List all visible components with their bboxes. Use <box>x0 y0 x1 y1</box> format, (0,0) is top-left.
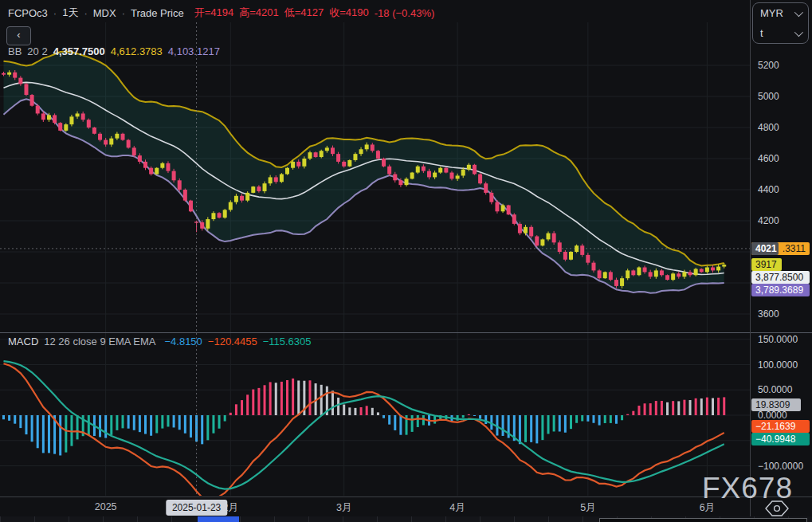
price-tick-label: 3600 <box>758 308 779 320</box>
time-axis-label: 4月 <box>449 501 465 515</box>
symbol-name[interactable]: FCPOc3 <box>8 7 48 19</box>
candle <box>547 234 551 240</box>
open-value: 开=4194 <box>194 6 234 20</box>
candle <box>269 177 273 183</box>
timeframe[interactable]: 1天 <box>62 6 78 20</box>
candle <box>325 147 329 151</box>
macd-signal-badge: −40.9948 <box>751 433 810 445</box>
candle <box>2 73 6 75</box>
candle <box>166 163 170 171</box>
candle <box>631 270 635 275</box>
candle <box>53 115 57 123</box>
macd-histogram-bar <box>348 407 351 415</box>
macd-histogram-bar <box>683 400 685 415</box>
bb-legend[interactable]: BB 20 2 4,357.7500 4,612.3783 4,103.1217 <box>8 45 220 57</box>
scrollbar-thumb[interactable] <box>198 516 239 522</box>
unit-dropdown[interactable]: t <box>753 23 808 43</box>
macd-histogram-bar <box>723 397 725 415</box>
macd-histogram-bar <box>8 415 10 421</box>
macd-line-badge: −21.1639 <box>751 420 810 433</box>
macd-histogram-bar <box>224 415 226 422</box>
macd-histogram-bar <box>280 382 283 415</box>
time-axis-label: 2025 <box>95 501 117 512</box>
macd-signal-value: −115.6305 <box>263 336 312 347</box>
macd-histogram-bar <box>59 415 61 455</box>
macd-histogram-bar <box>246 394 249 415</box>
chart-canvas[interactable] <box>0 0 812 516</box>
macd-histogram-bar <box>655 401 657 415</box>
high-value: 高=4201 <box>239 6 279 20</box>
macd-hist-badge: 19.8309 <box>751 398 801 411</box>
macd-histogram-bar <box>610 415 612 423</box>
candle <box>586 255 590 263</box>
macd-histogram-bar <box>462 415 465 418</box>
macd-histogram-bar <box>473 415 476 416</box>
candle <box>598 270 602 278</box>
candle <box>229 202 233 210</box>
candle <box>654 270 658 277</box>
candle <box>41 113 45 120</box>
macd-histogram-bar <box>331 391 334 415</box>
candle <box>308 152 312 159</box>
candle <box>501 206 505 212</box>
pane-divider[interactable] <box>0 332 812 333</box>
price-tick-label: 5000 <box>758 91 779 102</box>
candle <box>245 193 249 201</box>
macd-histogram-bar <box>530 415 532 442</box>
candle <box>280 175 284 183</box>
back-button[interactable]: ‹ <box>6 26 31 45</box>
macd-histogram-bar <box>695 398 697 415</box>
candle <box>405 179 409 185</box>
candle <box>478 175 482 184</box>
macd-histogram-bar <box>559 415 561 432</box>
candle <box>263 183 267 191</box>
macd-tick-label: −100.0000 <box>758 461 803 472</box>
candle <box>155 168 159 175</box>
candle <box>143 162 147 168</box>
candle <box>172 171 176 181</box>
crosshair-date-badge: 2025-01-23 <box>166 500 227 516</box>
candle <box>109 139 113 145</box>
macd-histogram-bar <box>366 406 368 415</box>
macd-histogram-bar <box>422 415 425 425</box>
candle <box>314 152 318 157</box>
price-tick-label: 4600 <box>758 153 779 164</box>
candle <box>473 165 477 175</box>
last-price-badge: 3917 <box>751 258 782 271</box>
candle <box>127 140 131 148</box>
macd-histogram-bar <box>382 415 385 418</box>
bb-basis-value: 4,357.7500 <box>53 45 105 57</box>
candle <box>495 202 499 212</box>
bb-basis-badge: 3,877.8500 <box>751 271 810 284</box>
candle <box>371 144 375 151</box>
macd-histogram-bar <box>354 408 356 415</box>
macd-tick-label: 100.0000 <box>758 359 798 371</box>
macd-histogram-bar <box>88 415 90 435</box>
macd-histogram-bar <box>689 400 692 415</box>
time-axis-border <box>0 496 812 497</box>
macd-histogram-bar <box>184 415 186 434</box>
bb-upper-value: 4,612.3783 <box>111 45 163 57</box>
candle <box>302 159 306 167</box>
separator: · <box>84 7 87 19</box>
bb-lower-badge: 3,789.3689 <box>751 284 810 296</box>
candle <box>353 154 357 160</box>
macd-histogram-bar <box>269 382 272 415</box>
macd-legend[interactable]: MACD 12 26 close 9 EMA EMA −4.8150 −120.… <box>8 336 312 347</box>
candle <box>580 245 584 255</box>
macd-line-value: −120.4455 <box>208 336 257 347</box>
candle <box>688 272 692 275</box>
macd-histogram-bar <box>626 414 629 415</box>
price-axis-border <box>750 0 751 516</box>
candle <box>591 263 595 271</box>
candle <box>24 84 28 95</box>
macd-histogram-bar <box>706 398 708 415</box>
currency-dropdown[interactable]: MYR <box>753 3 808 23</box>
macd-histogram-bar <box>468 414 470 415</box>
macd-histogram-bar <box>666 402 669 415</box>
macd-histogram-bar <box>257 388 260 415</box>
macd-histogram-bar <box>547 415 550 434</box>
macd-histogram-bar <box>42 415 45 453</box>
macd-histogram-bar <box>139 415 141 432</box>
macd-histogram-bar <box>717 398 720 415</box>
